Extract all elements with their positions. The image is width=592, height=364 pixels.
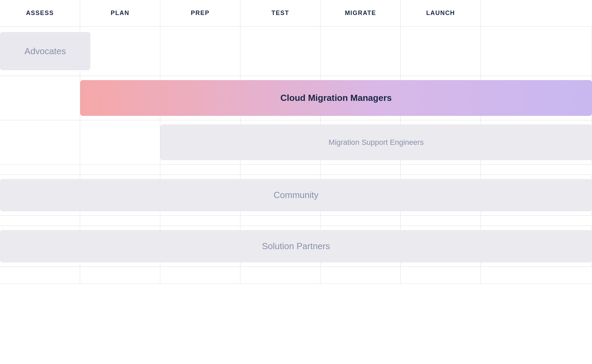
cell-advocates-test [240, 27, 321, 76]
cell-advocates-plan [80, 27, 160, 76]
support-engineers-label: Migration Support Engineers [329, 138, 424, 147]
cell-se-assess [0, 120, 80, 164]
gantt-chart: ASSESS PLAN PREP TEST MIGRATE LAUNCH Adv… [0, 0, 592, 364]
column-headers: ASSESS PLAN PREP TEST MIGRATE LAUNCH [0, 0, 592, 27]
header-prep: PREP [160, 0, 240, 26]
advocates-label: Advocates [25, 46, 66, 57]
header-test: TEST [240, 0, 321, 26]
swimlane-row-support-engineers: Migration Support Engineers [0, 120, 592, 165]
advocates-bar: Advocates [0, 32, 90, 70]
support-engineers-bar: Migration Support Engineers [160, 124, 592, 160]
header-extra [481, 0, 592, 26]
swimlane-row-cloud-migration: Cloud Migration Managers [0, 76, 592, 120]
solution-partners-label: Solution Partners [262, 241, 330, 252]
header-launch: LAUNCH [401, 0, 481, 26]
header-plan: PLAN [80, 0, 160, 26]
spacer-row-2 [0, 216, 592, 226]
header-assess: ASSESS [0, 0, 80, 26]
cell-advocates-migrate [321, 27, 401, 76]
cloud-migration-label: Cloud Migration Managers [280, 93, 391, 103]
solution-partners-bar: Solution Partners [0, 230, 592, 262]
cell-advocates-prep [160, 27, 240, 76]
swimlane-row-community: Community [0, 175, 592, 216]
community-bar: Community [0, 179, 592, 211]
swimlanes-container: Advocates Cloud Migration Managers [0, 27, 592, 284]
cell-se-plan [80, 120, 160, 164]
cloud-migration-bar: Cloud Migration Managers [80, 80, 592, 116]
swimlane-row-solution-partners: Solution Partners [0, 226, 592, 267]
swimlane-row-advocates: Advocates [0, 27, 592, 76]
spacer-row-1 [0, 165, 592, 175]
cell-advocates-launch [401, 27, 481, 76]
header-migrate: MIGRATE [321, 0, 401, 26]
cell-cm-assess [0, 76, 80, 120]
cell-advocates-extra [481, 27, 592, 76]
community-label: Community [273, 190, 318, 200]
bottom-spacer [0, 267, 592, 284]
